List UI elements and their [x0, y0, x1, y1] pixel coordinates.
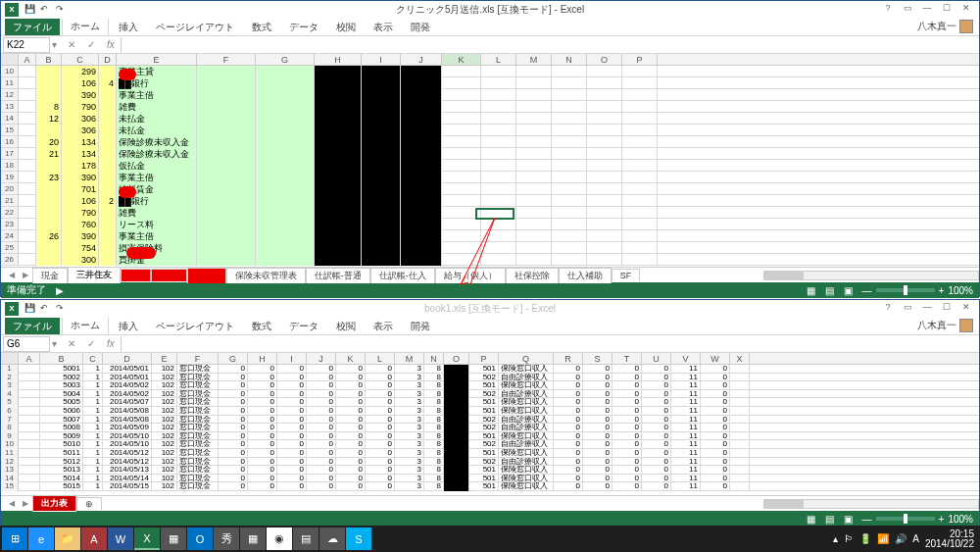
ribbon-tab-開発[interactable]: 開発: [403, 318, 438, 334]
cell[interactable]: [552, 207, 587, 219]
cell[interactable]: [99, 89, 117, 101]
cell[interactable]: [481, 148, 516, 160]
cell[interactable]: 8: [424, 381, 444, 390]
cell[interactable]: [362, 77, 401, 89]
cell[interactable]: [552, 160, 587, 172]
cell[interactable]: [587, 148, 622, 160]
cell[interactable]: 0: [583, 482, 612, 491]
cell[interactable]: [256, 160, 315, 172]
tray-icon[interactable]: 🏳: [844, 533, 854, 544]
cell[interactable]: 5015: [40, 482, 83, 491]
select-all[interactable]: [1, 353, 19, 364]
cell[interactable]: 1: [83, 390, 103, 399]
cell[interactable]: [587, 183, 622, 195]
cell[interactable]: 0: [583, 390, 612, 399]
cell[interactable]: 0: [307, 390, 336, 399]
cell[interactable]: [315, 254, 362, 266]
cell[interactable]: [587, 219, 622, 230]
cell[interactable]: [442, 207, 481, 219]
cell[interactable]: 8: [424, 424, 444, 432]
cell[interactable]: 0: [307, 475, 336, 483]
cell[interactable]: [256, 101, 315, 113]
cell[interactable]: [587, 101, 622, 113]
cell[interactable]: 2014/05/01: [103, 365, 152, 374]
cell[interactable]: 0: [336, 407, 366, 416]
cell[interactable]: 0: [248, 416, 277, 425]
cell[interactable]: [36, 195, 62, 207]
col-header-N[interactable]: N: [552, 54, 587, 65]
cell[interactable]: 0: [336, 482, 366, 491]
cell[interactable]: [516, 254, 552, 266]
cell[interactable]: 0: [444, 407, 469, 416]
cell[interactable]: 11: [671, 440, 701, 449]
cell[interactable]: [197, 101, 256, 113]
cell[interactable]: 0: [701, 424, 730, 432]
cell[interactable]: 0: [366, 381, 395, 390]
sheet-tab[interactable]: 仕訳帳-普通: [306, 268, 370, 283]
cell[interactable]: [19, 416, 40, 425]
cell[interactable]: [256, 89, 315, 101]
cell[interactable]: [622, 113, 658, 125]
cell[interactable]: 102: [152, 416, 177, 425]
cell[interactable]: [481, 113, 516, 125]
cell[interactable]: [587, 66, 622, 77]
cell[interactable]: 窓口現金: [177, 381, 219, 390]
cell[interactable]: 2014/05/02: [103, 381, 152, 390]
cell[interactable]: 0: [583, 458, 612, 467]
horizontal-scrollbar[interactable]: [763, 499, 979, 509]
cell[interactable]: [516, 183, 552, 195]
select-all[interactable]: [1, 54, 19, 65]
fx-enter-icon[interactable]: ✓: [81, 39, 101, 50]
cell[interactable]: [442, 136, 481, 148]
cell[interactable]: 0: [219, 407, 248, 416]
cell[interactable]: 保険診療未収入金: [117, 148, 197, 160]
cell[interactable]: 0: [642, 482, 671, 491]
cell[interactable]: 502: [469, 458, 499, 467]
cell[interactable]: [19, 183, 36, 195]
taskbar-word-icon[interactable]: W: [108, 527, 133, 550]
cell[interactable]: [552, 101, 587, 113]
clock[interactable]: 20:152014/10/22: [925, 529, 974, 549]
cell[interactable]: リース料: [117, 219, 197, 230]
cell[interactable]: 0: [701, 365, 730, 374]
cell[interactable]: [197, 254, 256, 266]
cell[interactable]: [19, 432, 40, 441]
cell[interactable]: 0: [612, 381, 642, 390]
cell[interactable]: [442, 125, 481, 136]
col-header-F[interactable]: F: [197, 54, 256, 65]
col-header-N[interactable]: N: [424, 353, 444, 364]
col-header-L[interactable]: L: [481, 54, 516, 65]
cell[interactable]: [256, 172, 315, 183]
cell[interactable]: [401, 254, 442, 266]
cell[interactable]: 0: [307, 432, 336, 441]
cell[interactable]: 3: [395, 374, 424, 382]
cell[interactable]: 501: [469, 432, 499, 441]
cell[interactable]: 1: [83, 416, 103, 425]
cell[interactable]: [19, 195, 36, 207]
cell[interactable]: [481, 160, 516, 172]
cell[interactable]: 2014/05/01: [103, 374, 152, 382]
cell[interactable]: 11: [671, 475, 701, 483]
cell[interactable]: 保険窓口収入: [499, 365, 554, 374]
col-header-C[interactable]: C: [62, 54, 99, 65]
cell[interactable]: [442, 113, 481, 125]
cell[interactable]: [552, 183, 587, 195]
col-header-I[interactable]: I: [277, 353, 307, 364]
cell[interactable]: [442, 101, 481, 113]
cell[interactable]: [362, 136, 401, 148]
cell[interactable]: [481, 172, 516, 183]
cell[interactable]: 0: [248, 475, 277, 483]
col-header-L[interactable]: L: [366, 353, 395, 364]
cell[interactable]: [587, 195, 622, 207]
cell[interactable]: 自由診療収入: [499, 424, 554, 432]
cell[interactable]: 0: [277, 381, 307, 390]
cell[interactable]: 0: [701, 458, 730, 467]
cell[interactable]: 0: [219, 449, 248, 458]
cell[interactable]: [36, 254, 62, 266]
cell[interactable]: 0: [583, 432, 612, 441]
sheet-tab[interactable]: ██金: [187, 268, 226, 283]
cell[interactable]: [622, 77, 658, 89]
cell[interactable]: [587, 136, 622, 148]
cell[interactable]: 0: [642, 475, 671, 483]
cell[interactable]: 0: [336, 466, 366, 475]
